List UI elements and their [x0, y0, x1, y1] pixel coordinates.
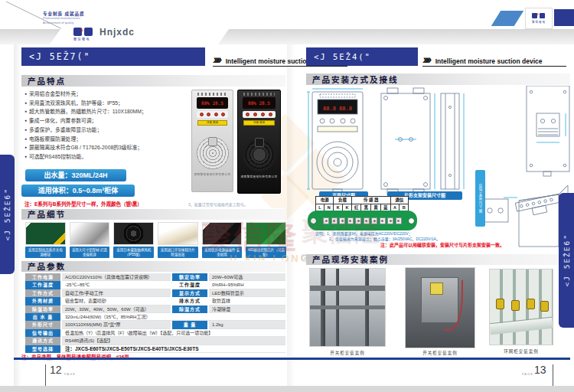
table-row: 通讯方式 RS485通讯(S)【选配】 — [25, 337, 285, 345]
left-page-title-bar: <J 5EŽ7(" — [21, 47, 205, 66]
device-button — [261, 113, 265, 116]
feature-item: 可选配RS485控制功能。 — [29, 154, 86, 159]
param-label: 除湿方式 — [172, 305, 207, 313]
param-label: 额定功率 — [172, 273, 207, 281]
detail-item: 采用进口半导体制冷片 除湿高效 — [158, 222, 198, 258]
table-row: 工作方式 自动工作/手动工作 显示方式 LED数码管显示 — [25, 289, 285, 297]
param-label: 外形尺寸 — [25, 321, 60, 328]
feature-item: 超大热管散热器，热辐散热片尺寸：110X180MM； — [29, 109, 147, 114]
warning-label: 注意 高温 — [197, 120, 227, 126]
button-row — [243, 111, 276, 118]
detail-caption: 采用优质电源接插件 安全耐用 — [202, 247, 243, 258]
param-value: 20W~60W可选 — [209, 273, 285, 281]
device-button — [221, 113, 225, 116]
vent-strip — [197, 93, 227, 96]
right-edge-tab-label: <J 5EŽE6" — [563, 234, 571, 286]
param-label: 显示方式 — [172, 289, 207, 297]
chevrons-icon: ›››› — [213, 54, 220, 65]
mount-hole — [310, 217, 317, 224]
brand-logo: ⚡ 聚信隆电 Hnjxdc — [73, 27, 135, 38]
detail-caption: 采用日本滚珠轴承风机（IP55级） — [113, 247, 154, 258]
param-value: 20W、30W、40W、50W、60W（可选） — [62, 305, 171, 313]
corner-logo-icon: ⚡ — [532, 13, 546, 20]
section-features-heading: 产品特点 — [21, 74, 285, 87]
left-edge-tab-label: <J 5EŽE6" — [3, 188, 11, 240]
param-label: 通讯方式 — [25, 337, 60, 345]
feature-item: 多重保护，多重故障显示功能； — [29, 127, 102, 132]
fan-grille — [197, 137, 229, 169]
footer-divider — [553, 364, 553, 387]
warning-label: 注意 高温 — [243, 120, 275, 126]
device-button — [246, 113, 249, 116]
fan-grille — [243, 138, 276, 172]
terminal-label-table: 电源 负载 传 感 器 通信 L N K K 红 黑 黄 蓝 A B — [315, 196, 409, 211]
param-value: AC/DC220V±10%（具体电压需订货说明） — [62, 273, 171, 281]
page-left-shadow — [14, 44, 21, 386]
table-row: 型号选择 注：JXCS-E60TS/JXCS-E50TS/JXCS-E40TS/… — [25, 345, 285, 353]
param-value: 320mL/24H(60W)（35℃，85%RH工况） — [62, 313, 285, 321]
bottom-strip — [0, 386, 574, 392]
series-note: 注：E系列与B系列外型尺寸一样，外观颜色（银\黑） — [24, 200, 142, 207]
section-params-heading: 产品参数 — [21, 260, 285, 272]
table-row: 除湿功率 20W、30W、40W、50W、60W（可选） 除湿方式 冷凝除湿 — [25, 305, 285, 313]
bullet-icon: ● — [24, 91, 27, 96]
feature-item: 屏蔽隔离技术符合GB / T17626-2008的3级标准； — [29, 145, 142, 150]
detail-photo-fan — [113, 222, 154, 245]
detail-item: 采用优质电源接插件 安全耐用 — [202, 222, 243, 258]
lightning-icon: ⚡ — [80, 27, 84, 34]
param-label: 外壳材质 — [25, 297, 60, 305]
table-row: 信号输出 低温加热（T）\高温排风（F）\故障输出（W）【选配，只可选一项功能】 — [25, 329, 285, 337]
param-value: LED数码管显示 — [209, 289, 285, 297]
detail-photo-aluminum — [70, 222, 110, 245]
feature-item: 电路板覆膜防潮处理； — [29, 136, 81, 142]
param-value: 1.2kg — [209, 321, 285, 328]
page-label-right: PAGE — [522, 372, 533, 376]
terminal-group: 负载 — [334, 197, 351, 204]
button-row — [197, 111, 228, 118]
terminal-group: 传 感 器 — [351, 197, 390, 204]
caption-hook-view: 挂钩安装尺寸图 — [475, 170, 485, 227]
detail-caption: 采用定制高品质开关电源模块 — [25, 247, 66, 258]
drawing-led-text: 88.8 88.8 — [323, 106, 352, 112]
bullet-icon: ● — [24, 145, 27, 149]
table-row: 出 水 量 320mL/24H(60W)（35℃，85%RH工况） — [25, 313, 285, 321]
corner-logo-label: 聚信隆电 — [532, 20, 546, 24]
bullet-icon: ● — [24, 100, 27, 105]
lightning-icon: ⚡ — [536, 11, 540, 18]
case-photo-switchgear-1 — [309, 268, 386, 347]
feature-item: 采用铝合金型材外壳； — [29, 91, 81, 96]
case-caption: 开关柜安装案例 — [309, 350, 386, 356]
param-label: 型号选择 — [25, 345, 60, 353]
corner-parallelogram — [491, 11, 523, 26]
right-edge-tab: <J 5EŽE6" — [559, 193, 574, 328]
param-value: RS485通讯(S)【选配】 — [62, 337, 285, 345]
bullet-icon: ● — [24, 109, 27, 113]
detail-photo-psu — [25, 222, 66, 245]
footer-rule — [14, 358, 570, 360]
device-button — [214, 113, 218, 116]
case-photo-switchgear-2 — [405, 267, 475, 348]
table-row: 工作温度 -25℃~85℃ 工作湿度 0%RH~95%RH — [25, 281, 285, 289]
left-edge-tab: <J 5EŽE6" — [0, 155, 15, 274]
param-label: 重 量 — [172, 321, 207, 328]
device-button — [200, 113, 204, 116]
section-install-heading: 产品安装方式及接线 — [306, 73, 570, 85]
device-button — [207, 113, 210, 116]
detail-thumbnails: 采用定制高品质开关电源模块 采用大尺寸铝型材 打造金属机身 采用日本滚珠轴承风机… — [25, 222, 286, 258]
params-table: 工作电源 AC/DC220V±10%（具体电压需订货说明） 额定功率 20W~6… — [25, 273, 285, 353]
section-details-heading: 产品细节 — [21, 208, 285, 220]
terminal-pins — [323, 217, 402, 224]
detail-item: 采用定制高品质开关电源模块 — [25, 222, 66, 258]
param-label: 工作电源 — [25, 273, 60, 281]
table-row: 外壳材质 铝合型材，表面喷砂 排水方式 软管直排 — [25, 297, 285, 305]
led-display: 88% 28.5 — [197, 97, 228, 109]
bullet-icon: ● — [24, 136, 27, 141]
detail-photo-connector — [202, 222, 243, 245]
wiring-notes: 说明：1、无特殊要求时，电源电压为AC220V/DC220V； 2、负载输出为无… — [315, 231, 440, 241]
param-label: 除湿功率 — [25, 305, 60, 313]
mount-hole — [408, 217, 415, 224]
right-title-subtitle: ›››› Intelligent moisture suction device — [422, 48, 566, 67]
corner-bar — [554, 9, 574, 26]
right-title-en: Intelligent moisture suction device — [435, 57, 543, 65]
param-label: 工作温度 — [25, 281, 60, 289]
